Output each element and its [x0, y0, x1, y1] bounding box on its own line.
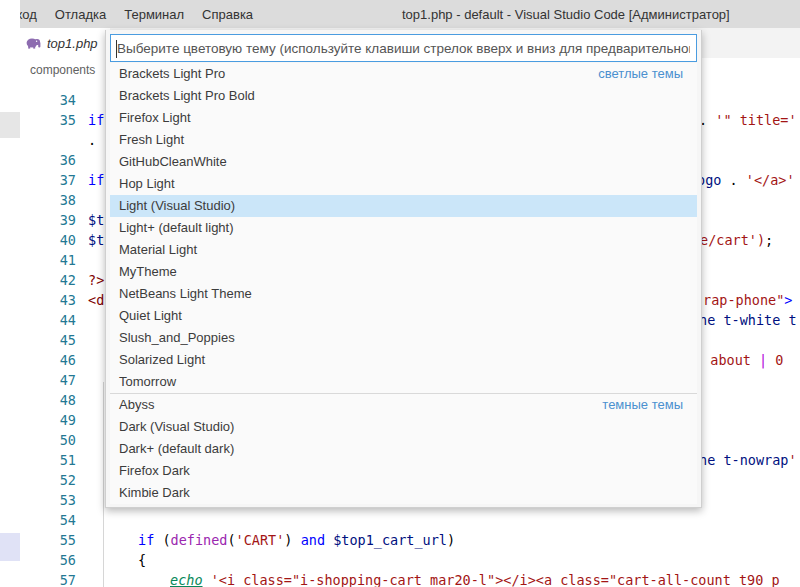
theme-item-brackets-light-pro-bold[interactable]: Brackets Light Pro Bold	[110, 85, 697, 107]
code-segment: ' about	[694, 352, 759, 368]
code-line-fragment-44[interactable]: ne t-white t	[699, 310, 797, 330]
theme-item-abyss[interactable]: Abyssтемные темы	[110, 394, 697, 416]
theme-item-brackets-light-pro[interactable]: Brackets Light Proсветлые темы	[110, 63, 697, 85]
code-line-37[interactable]: if	[88, 170, 104, 190]
line-number[interactable]: 53	[16, 490, 76, 510]
theme-item-firefox-light[interactable]: Firefox Light	[110, 107, 697, 129]
code-line-fragment-37[interactable]: ogo . '</a>'	[697, 170, 795, 190]
code-line-wrap[interactable]: .	[88, 130, 96, 150]
line-number[interactable]: 45	[16, 330, 76, 350]
line-number[interactable]: 49	[16, 410, 76, 430]
theme-item-hop-light[interactable]: Hop Light	[110, 173, 697, 195]
menu-справка[interactable]: Справка	[193, 0, 262, 28]
code-segment: .	[721, 172, 745, 188]
code-segment: '<i class="i-shopping-cart mar20-l"></i>…	[211, 572, 780, 587]
code-segment: (	[227, 532, 235, 548]
theme-item-solarized-light[interactable]: Solarized Light	[110, 349, 697, 371]
code-line-55[interactable]: if (defined('CART') and $top1_cart_url)	[138, 530, 455, 550]
theme-item-dark-default-dark-[interactable]: Dark+ (default dark)	[110, 438, 697, 460]
theme-item-quiet-light[interactable]: Quiet Light	[110, 305, 697, 327]
line-number[interactable]: 42	[16, 270, 76, 290]
code-line-fragment-51[interactable]: ne t-nowrap'	[699, 450, 797, 470]
theme-item-label: Light+ (default light)	[119, 220, 234, 235]
line-number[interactable]: 46	[16, 350, 76, 370]
line-number[interactable]: 36	[16, 150, 76, 170]
line-number[interactable]: 48	[16, 390, 76, 410]
code-segment: echo	[170, 572, 203, 587]
code-segment	[325, 532, 333, 548]
theme-item-slush-and-poppies[interactable]: Slush_and_Poppies	[110, 327, 697, 349]
quickpick-color-theme: Brackets Light Proсветлые темыBrackets L…	[105, 30, 702, 508]
group-label: темные темы	[602, 394, 683, 416]
line-number[interactable]: 47	[16, 370, 76, 390]
theme-item-label: NetBeans Light Theme	[119, 286, 252, 301]
theme-item-label: Hop Light	[119, 176, 175, 191]
line-number[interactable]: 54	[16, 510, 76, 530]
code-segment: (	[154, 532, 170, 548]
code-segment: defined	[171, 532, 228, 548]
code-line-39[interactable]: $t	[88, 210, 104, 230]
code-segment: $t	[88, 232, 104, 248]
line-number[interactable]: 44	[16, 310, 76, 330]
theme-item-light-default-light-[interactable]: Light+ (default light)	[110, 217, 697, 239]
line-number[interactable]: 41	[16, 250, 76, 270]
code-line-fragment-43[interactable]: rap-phone">	[703, 290, 792, 310]
code-segment: |	[759, 352, 767, 368]
theme-item-label: MyTheme	[119, 264, 177, 279]
theme-item-fresh-light[interactable]: Fresh Light	[110, 129, 697, 151]
line-number[interactable]: 51	[16, 450, 76, 470]
theme-item-firefox-dark[interactable]: Firefox Dark	[110, 460, 697, 482]
theme-item-material-light[interactable]: Material Light	[110, 239, 697, 261]
theme-item-light-visual-studio-[interactable]: Light (Visual Studio)	[110, 195, 697, 217]
theme-item-label: Dark (Visual Studio)	[119, 419, 234, 434]
line-number[interactable]: 37	[16, 170, 76, 190]
menu-терминал[interactable]: Терминал	[115, 0, 193, 28]
theme-item-githubcleanwhite[interactable]: GitHubCleanWhite	[110, 151, 697, 173]
code-segment: if	[88, 172, 104, 188]
sidebar-item-edge-hover	[0, 112, 20, 138]
menu-отладка[interactable]: Отладка	[46, 0, 115, 28]
code-line-35[interactable]: if	[88, 110, 104, 130]
breadcrumb-item-components[interactable]: components	[30, 63, 95, 77]
line-number[interactable]: 56	[16, 550, 76, 570]
line-number[interactable]: 35	[16, 110, 76, 130]
quickpick-group-light: Brackets Light Proсветлые темыBrackets L…	[110, 63, 697, 393]
code-segment: and	[301, 532, 325, 548]
quickpick-group-dark: Abyssтемные темыDark (Visual Studio)Dark…	[110, 393, 697, 504]
theme-item-dark-visual-studio-[interactable]: Dark (Visual Studio)	[110, 416, 697, 438]
theme-item-netbeans-light-theme[interactable]: NetBeans Light Theme	[110, 283, 697, 305]
line-number[interactable]: 40	[16, 230, 76, 250]
code-segment: )	[284, 532, 292, 548]
line-number[interactable]: 55	[16, 530, 76, 550]
code-line-42[interactable]: ?>	[88, 270, 104, 290]
code-line-56[interactable]: {	[138, 550, 146, 570]
theme-item-mytheme[interactable]: MyTheme	[110, 261, 697, 283]
line-number[interactable]: 39	[16, 210, 76, 230]
code-segment: >	[784, 292, 792, 308]
quickpick-input-wrap	[110, 34, 697, 62]
code-line-40[interactable]: $t	[88, 230, 104, 250]
code-segment: ne t-white t	[699, 312, 797, 328]
theme-item-label: Abyss	[119, 397, 154, 412]
theme-item-tomorrow[interactable]: Tomorrow	[110, 371, 697, 393]
tab-top1-php[interactable]: top1.php	[18, 28, 110, 58]
code-line-43[interactable]: <d	[88, 290, 104, 310]
code-segment: $t	[88, 212, 104, 228]
code-line-fragment-40[interactable]: e/cart');	[700, 230, 773, 250]
code-segment: 'CART'	[236, 532, 285, 548]
line-number[interactable]: 50	[16, 430, 76, 450]
line-number[interactable]: 34	[16, 90, 76, 110]
line-number[interactable]: 57	[16, 570, 76, 587]
line-number[interactable]: 43	[16, 290, 76, 310]
line-number[interactable]: 52	[16, 470, 76, 490]
code-segment: $top1_cart_url	[333, 532, 447, 548]
code-segment: <d	[88, 292, 104, 308]
code-line-fragment-35[interactable]: . '" title='	[699, 110, 797, 130]
theme-item-label: GitHubCleanWhite	[119, 154, 227, 169]
code-line-57[interactable]: echo '<i class="i-shopping-cart mar20-l"…	[170, 570, 780, 587]
theme-item-kimbie-dark[interactable]: Kimbie Dark	[110, 482, 697, 504]
line-number[interactable]: 38	[16, 190, 76, 210]
group-label: светлые темы	[598, 63, 683, 85]
quickpick-input[interactable]	[111, 35, 696, 61]
code-line-fragment-46[interactable]: ' about | 0	[694, 350, 792, 370]
